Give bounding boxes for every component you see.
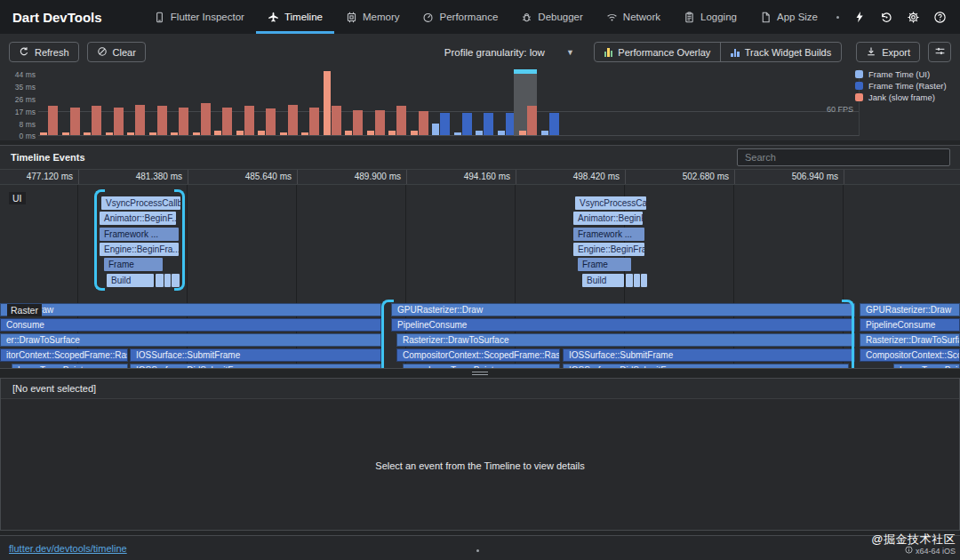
frame-raster-bar[interactable] — [462, 113, 472, 135]
timeline-event-ui[interactable] — [634, 274, 640, 287]
timeline-event-raster[interactable]: IOSSurface::SubmitFrame — [563, 348, 855, 362]
search-input[interactable] — [737, 148, 950, 166]
splitter-handle-icon[interactable] — [472, 372, 488, 375]
frame-raster-bar[interactable] — [440, 113, 450, 135]
timeline-event-raster[interactable]: LayerTree::Pain — [893, 364, 960, 368]
hot-reload-button[interactable] — [846, 0, 873, 34]
timeline-event-ui[interactable]: Engine::BeginFra... — [100, 243, 179, 256]
tab-memory[interactable]: Memory — [334, 0, 412, 34]
timeline-event-ui[interactable] — [156, 274, 164, 287]
tab-debugger[interactable]: Debugger — [509, 0, 595, 34]
frame-ui-bar[interactable] — [454, 132, 461, 135]
frame-raster-bar[interactable] — [48, 106, 58, 135]
frame-ui-bar[interactable] — [519, 131, 526, 135]
timeline-event-ui[interactable]: Engine::BeginFra... — [573, 243, 644, 256]
frame-raster-bar[interactable] — [419, 111, 428, 135]
timeline-event-raster[interactable]: GPURasterizer::Draw — [860, 303, 960, 316]
frame-ui-bar[interactable] — [193, 132, 200, 135]
timeline-event-ui[interactable]: VsyncProcessCal... — [575, 196, 646, 210]
frame-raster-bar[interactable] — [201, 103, 211, 135]
timeline-event-raster[interactable]: LayerTree::Paint — [12, 364, 128, 368]
timeline-event-raster[interactable]: CompositorContext::Scope — [860, 348, 960, 362]
frame-ui-bar[interactable] — [345, 131, 352, 135]
frame-raster-bar[interactable] — [157, 106, 167, 135]
timeline-event-ui[interactable]: Build — [107, 274, 154, 287]
frame-ui-bar[interactable] — [127, 132, 134, 135]
frame-ui-bar[interactable] — [40, 132, 47, 135]
frame-raster-bar[interactable] — [135, 105, 145, 135]
frame-raster-bar[interactable] — [396, 106, 406, 135]
timeline-event-ui[interactable]: Framework ... — [573, 228, 644, 241]
tab-flutter-inspector[interactable]: Flutter Inspector — [142, 0, 256, 34]
frame-raster-bar[interactable] — [375, 110, 385, 135]
timeline-event-raster[interactable]: PipelineConsume — [860, 318, 960, 332]
timeline-event-raster[interactable]: Rasterizer::DrawToSurface — [860, 333, 960, 347]
timeline-event-raster[interactable]: PipelineConsume — [391, 318, 855, 332]
timeline-event-ui[interactable] — [626, 274, 633, 287]
timeline-event-ui[interactable] — [641, 274, 647, 287]
frame-raster-bar[interactable] — [484, 113, 493, 135]
frame-ui-bar[interactable] — [388, 131, 396, 135]
frame-raster-bar[interactable] — [92, 106, 101, 135]
timeline-event-ui[interactable] — [164, 274, 171, 287]
frame-ui-bar[interactable] — [236, 131, 244, 135]
timeline-event-raster[interactable]: itorContext::ScopedFrame::Raster — [0, 348, 128, 362]
timeline-event-ui[interactable] — [172, 274, 180, 287]
timeline-event-raster[interactable]: Draw — [0, 303, 381, 316]
timeline-event-ui[interactable]: Build — [582, 274, 624, 287]
tab-network[interactable]: Network — [595, 0, 672, 34]
frame-ui-bar[interactable] — [62, 132, 69, 135]
hot-restart-button[interactable] — [873, 0, 900, 34]
frame-ui-bar[interactable] — [476, 131, 483, 135]
timeline-event-ui[interactable]: Framework ... — [100, 228, 179, 241]
frame-ui-bar[interactable] — [149, 132, 156, 135]
timeline-event-raster[interactable]: LayerTree::Paint — [403, 364, 560, 368]
track-widget-builds-button[interactable]: Track Widget Builds — [720, 43, 841, 61]
refresh-button[interactable]: Refresh — [9, 42, 79, 62]
timeline-event-raster[interactable]: er::DrawToSurface — [0, 333, 381, 347]
tab-performance[interactable]: Performance — [411, 0, 509, 34]
frame-ui-bar[interactable] — [106, 132, 113, 135]
settings-button[interactable] — [900, 0, 926, 34]
timeline-event-ui[interactable]: Frame — [578, 258, 631, 271]
frame-ui-bar[interactable] — [84, 132, 91, 135]
frame-ui-bar[interactable] — [324, 71, 331, 135]
frame-raster-bar[interactable] — [309, 108, 319, 135]
timeline-event-raster[interactable]: IOSSurface::DidSubmitFrame — [563, 364, 849, 368]
frame-raster-bar[interactable] — [288, 105, 298, 135]
frame-ui-bar[interactable] — [258, 131, 265, 135]
frame-ui-bar[interactable] — [280, 132, 287, 135]
frame-ui-bar[interactable] — [432, 124, 439, 135]
frame-raster-bar[interactable] — [179, 108, 188, 135]
devtools-docs-link[interactable]: flutter.dev/devtools/timeline — [9, 543, 127, 554]
timeline-event-raster[interactable]: CompositorContext::ScopedFrame::Raster — [396, 348, 560, 362]
filter-settings-button[interactable] — [928, 42, 951, 62]
timeline-event-raster[interactable]: GPURasterizer::Draw — [391, 303, 855, 316]
frame-raster-bar[interactable] — [549, 113, 559, 135]
tab-app-size[interactable]: App Size — [748, 0, 829, 34]
timeline-event-raster[interactable]: IOSSurface::SubmitFrame — [130, 348, 381, 362]
frame-ui-bar[interactable] — [498, 131, 505, 135]
tab-timeline[interactable]: Timeline — [256, 0, 334, 34]
frame-raster-bar[interactable] — [114, 108, 124, 135]
timeline-event-raster[interactable]: Rasterizer::DrawToSurface — [396, 333, 855, 347]
timeline-event-ui[interactable]: Frame — [104, 258, 163, 271]
profile-granularity-dropdown[interactable]: Profile granularity: low ▼ — [444, 47, 594, 58]
frame-ui-bar[interactable] — [171, 132, 178, 135]
performance-overlay-button[interactable]: Performance Overlay — [595, 43, 720, 61]
frame-raster-bar[interactable] — [266, 108, 276, 135]
timeline-event-raster[interactable]: IOSSurface::DidSubmitFrame — [130, 364, 381, 368]
tab-logging[interactable]: Logging — [672, 0, 748, 34]
frame-ui-bar[interactable] — [367, 131, 374, 135]
timeline-event-ui[interactable]: Animator::BeginF... — [100, 212, 176, 225]
frame-ui-bar[interactable] — [214, 131, 221, 135]
frame-ui-bar[interactable] — [411, 131, 418, 135]
help-button[interactable] — [926, 0, 953, 34]
frame-ui-bar[interactable] — [541, 131, 548, 135]
timeline-event-ui[interactable]: Animator::BeginF... — [573, 212, 643, 225]
clear-button[interactable]: Clear — [87, 42, 146, 62]
frame-raster-bar[interactable] — [70, 108, 80, 135]
frame-ui-bar[interactable] — [301, 132, 308, 135]
export-button[interactable]: Export — [856, 42, 920, 62]
timeline-event-raster[interactable]: Consume — [0, 318, 381, 332]
